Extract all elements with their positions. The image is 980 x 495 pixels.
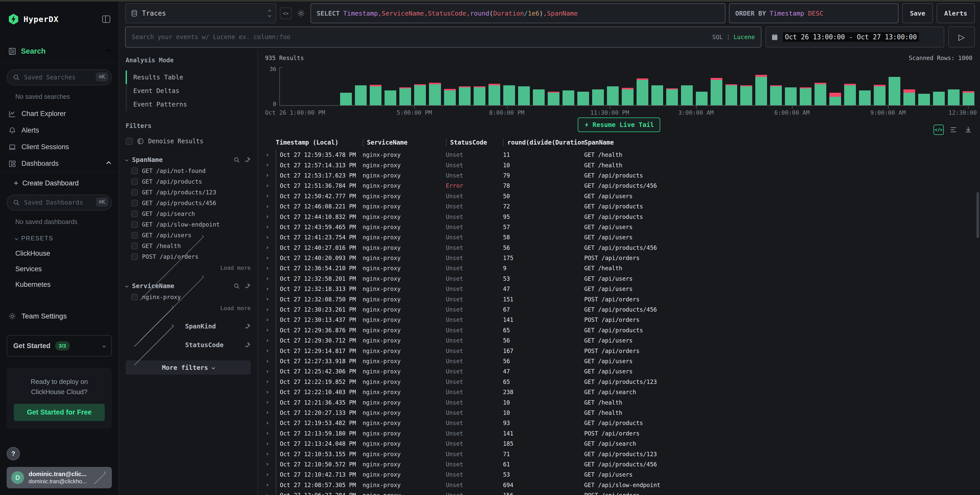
load-more-button[interactable]: Load more bbox=[126, 302, 251, 311]
expand-row-icon[interactable] bbox=[263, 442, 276, 445]
scrollbar[interactable] bbox=[977, 192, 979, 238]
histogram-bar[interactable] bbox=[725, 67, 737, 105]
save-button[interactable]: Save bbox=[902, 3, 933, 23]
expand-row-icon[interactable] bbox=[263, 164, 276, 166]
table-row[interactable]: Oct 27 12:13:24.048 PMnginx-proxyUnset18… bbox=[263, 439, 980, 449]
expand-row-icon[interactable] bbox=[263, 494, 276, 495]
histogram-bar[interactable] bbox=[310, 67, 322, 105]
sidebar-item-client-sessions[interactable]: Client Sessions bbox=[6, 139, 112, 155]
checkbox[interactable] bbox=[131, 210, 138, 217]
expand-row-icon[interactable] bbox=[263, 350, 276, 352]
table-row[interactable]: Oct 27 12:32:18.313 PMnginx-proxyUnset47… bbox=[263, 284, 980, 294]
histogram-bar[interactable] bbox=[904, 67, 915, 105]
expand-row-icon[interactable] bbox=[263, 339, 276, 342]
expand-row-icon[interactable] bbox=[263, 453, 276, 455]
row-density-icon[interactable] bbox=[948, 125, 959, 135]
table-row[interactable]: Oct 27 12:46:08.221 PMnginx-proxyUnset72… bbox=[263, 201, 980, 212]
search-input[interactable] bbox=[132, 33, 707, 41]
expand-row-icon[interactable] bbox=[263, 185, 276, 187]
checkbox[interactable] bbox=[131, 167, 138, 174]
facet-spanname-header[interactable]: SpanName bbox=[126, 156, 251, 164]
histogram-bar[interactable] bbox=[785, 67, 797, 105]
chevron-up-icon[interactable] bbox=[106, 49, 111, 53]
histogram-bar[interactable] bbox=[399, 67, 411, 105]
table-row[interactable]: Oct 27 12:59:35.478 PMnginx-proxyUnset11… bbox=[263, 150, 980, 160]
expand-row-icon[interactable] bbox=[263, 298, 276, 300]
checkbox[interactable] bbox=[131, 189, 138, 196]
facet-spankind-header[interactable]: SpanKind bbox=[126, 323, 251, 330]
expand-row-icon[interactable] bbox=[263, 401, 276, 404]
run-query-button[interactable]: ▷ bbox=[948, 27, 975, 48]
table-row[interactable]: Oct 27 12:21:36.435 PMnginx-proxyUnset10… bbox=[263, 397, 980, 407]
checkbox[interactable] bbox=[131, 232, 138, 239]
histogram-bar[interactable] bbox=[666, 67, 678, 105]
saved-searches-search[interactable]: ⌘K bbox=[6, 70, 112, 85]
histogram-bar[interactable] bbox=[459, 67, 471, 105]
sidebar-item-search[interactable]: Search bbox=[8, 47, 110, 62]
filter-option[interactable]: POST /api/orders bbox=[126, 251, 251, 262]
analysis-mode-option[interactable]: Event Deltas bbox=[132, 84, 251, 97]
table-row[interactable]: Oct 27 12:10:53.155 PMnginx-proxyUnset71… bbox=[263, 449, 980, 459]
table-row[interactable]: Oct 27 12:10:42.713 PMnginx-proxyUnset53… bbox=[263, 470, 980, 480]
brand[interactable]: HyperDX bbox=[8, 13, 102, 25]
expand-row-icon[interactable] bbox=[263, 319, 276, 321]
lucene-toggle[interactable]: Lucene bbox=[733, 34, 755, 40]
expand-row-icon[interactable] bbox=[263, 288, 276, 290]
table-row[interactable]: Oct 27 12:40:27.016 PMnginx-proxyUnset56… bbox=[263, 243, 980, 253]
expand-row-icon[interactable] bbox=[263, 329, 276, 331]
gear-icon[interactable] bbox=[295, 7, 307, 19]
load-more-button[interactable]: Load more bbox=[126, 262, 251, 271]
histogram-bar[interactable] bbox=[740, 67, 752, 105]
expand-row-icon[interactable] bbox=[263, 484, 276, 486]
expand-row-icon[interactable] bbox=[263, 391, 276, 393]
expand-row-icon[interactable] bbox=[263, 370, 276, 372]
preset-dashboard-link[interactable]: Kubernetes bbox=[15, 281, 112, 289]
filter-option[interactable]: GET /api/not-found bbox=[126, 166, 251, 176]
table-row[interactable]: Oct 27 12:20:27.133 PMnginx-proxyUnset10… bbox=[263, 407, 980, 418]
sidebar-item-alerts[interactable]: Alerts bbox=[6, 122, 112, 139]
get-started-toggle[interactable]: Get Started 3/3 bbox=[6, 335, 112, 357]
source-select[interactable]: Traces bbox=[125, 3, 276, 23]
expand-row-icon[interactable] bbox=[263, 474, 276, 476]
expand-row-icon[interactable] bbox=[263, 216, 276, 218]
filter-option[interactable]: GET /api/users bbox=[126, 230, 251, 240]
histogram-bar[interactable] bbox=[755, 67, 767, 105]
table-row[interactable]: Oct 27 12:53:17.623 PMnginx-proxyUnset79… bbox=[263, 170, 980, 181]
histogram-bar[interactable] bbox=[325, 67, 337, 105]
select-clause-input[interactable]: SELECTTimestamp,ServiceName,StatusCode,r… bbox=[310, 3, 725, 23]
create-dashboard-button[interactable]: + Create Dashboard bbox=[14, 179, 112, 188]
histogram-bar[interactable] bbox=[444, 67, 456, 105]
expand-row-icon[interactable] bbox=[263, 422, 276, 424]
table-row[interactable]: Oct 27 12:29:30.712 PMnginx-proxyUnset56… bbox=[263, 335, 980, 345]
table-row[interactable]: Oct 27 12:25:42.306 PMnginx-proxyUnset47… bbox=[263, 366, 980, 377]
facet-search-icon[interactable] bbox=[233, 157, 240, 163]
filter-option[interactable]: GET /api/search bbox=[126, 209, 251, 219]
user-account-button[interactable]: D dominic.tran@clic... dominic.tran@clic… bbox=[6, 467, 112, 489]
expand-row-icon[interactable] bbox=[263, 236, 276, 239]
expand-row-icon[interactable] bbox=[263, 247, 276, 249]
histogram-bar[interactable] bbox=[636, 67, 648, 105]
download-icon[interactable] bbox=[963, 125, 974, 135]
histogram-bar[interactable] bbox=[385, 67, 396, 105]
more-filters-button[interactable]: More filters bbox=[126, 360, 251, 375]
histogram-bar[interactable] bbox=[355, 67, 367, 105]
expand-row-icon[interactable] bbox=[263, 380, 276, 383]
histogram-bar[interactable] bbox=[488, 67, 500, 105]
histogram-bar[interactable] bbox=[429, 67, 441, 105]
checkbox[interactable] bbox=[131, 200, 138, 206]
histogram-bar[interactable] bbox=[578, 67, 589, 105]
expand-row-icon[interactable] bbox=[263, 154, 276, 156]
table-row[interactable]: Oct 27 12:29:36.876 PMnginx-proxyUnset65… bbox=[263, 325, 980, 335]
saved-dashboards-search[interactable]: ⌘K bbox=[6, 195, 112, 210]
sidebar-item-chart-explorer[interactable]: Chart Explorer bbox=[6, 105, 112, 122]
event-search-bar[interactable]: SQL | Lucene bbox=[125, 27, 761, 48]
table-row[interactable]: Oct 27 12:22:19.852 PMnginx-proxyUnset65… bbox=[263, 377, 980, 387]
histogram-bar[interactable] bbox=[711, 67, 722, 105]
table-row[interactable]: Oct 27 12:44:10.832 PMnginx-proxyUnset95… bbox=[263, 212, 980, 222]
histogram-bar[interactable] bbox=[889, 67, 900, 105]
histogram-bar[interactable] bbox=[296, 67, 307, 105]
histogram-bar[interactable] bbox=[622, 67, 633, 105]
expand-row-icon[interactable] bbox=[263, 226, 276, 228]
histogram-bar[interactable] bbox=[518, 67, 530, 105]
facet-search-icon[interactable] bbox=[233, 283, 240, 290]
